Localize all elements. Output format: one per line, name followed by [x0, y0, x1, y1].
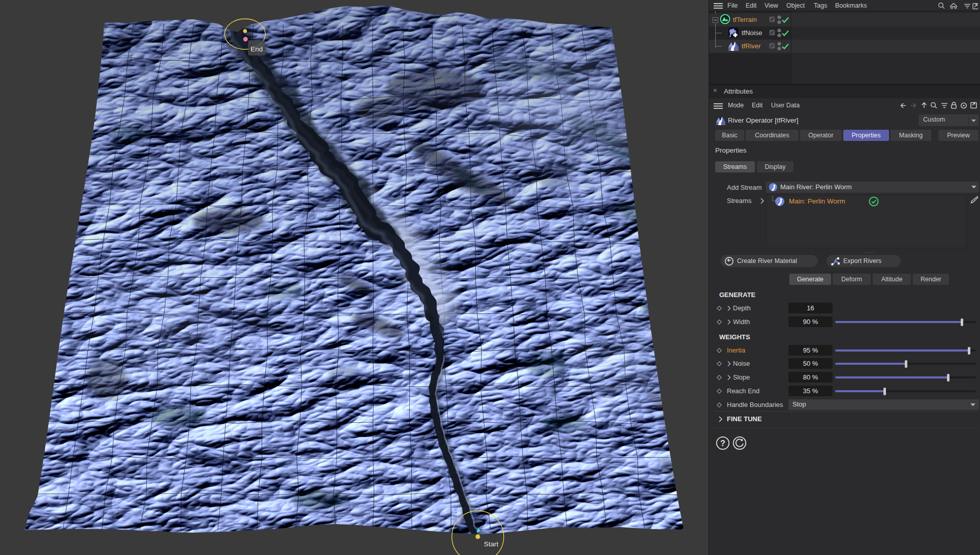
- svg-text:End: End: [251, 45, 263, 53]
- svg-text:?: ?: [720, 439, 725, 448]
- svg-text:Start: Start: [484, 540, 499, 548]
